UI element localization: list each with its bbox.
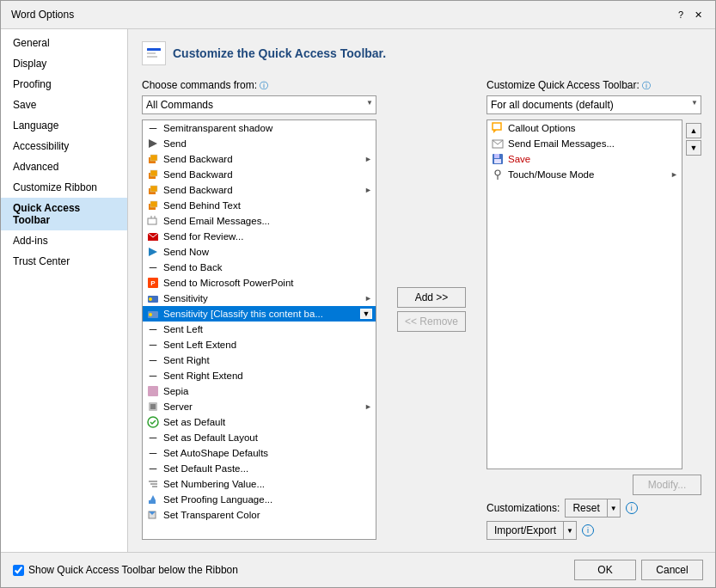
commands-list[interactable]: ─ Semitransparent shadow Send	[142, 119, 376, 540]
list-item[interactable]: ─ Sent Left	[143, 322, 376, 337]
title-bar: Word Options ? ✕	[1, 1, 715, 29]
dialog-body: General Display Proofing Save Language A…	[1, 29, 715, 552]
section-title: Customize the Quick Access Toolbar.	[173, 46, 386, 60]
move-up-button[interactable]: ▲	[686, 123, 701, 138]
svg-point-20	[149, 297, 152, 301]
toolbar-list-item-touch-mode[interactable]: Touch/Mouse Mode ►	[487, 167, 682, 182]
list-item[interactable]: ─ Set as Default Layout	[143, 430, 376, 445]
toolbar-list-item-save[interactable]: Save	[487, 151, 682, 167]
choose-commands-select[interactable]: All Commands Popular Commands Commands N…	[142, 95, 376, 114]
svg-rect-38	[494, 154, 499, 158]
cancel-button[interactable]: Cancel	[641, 560, 703, 580]
svg-rect-9	[150, 186, 157, 192]
list-item[interactable]: Set as Default	[143, 414, 376, 430]
list-item[interactable]: ─ Set AutoShape Defaults	[143, 445, 376, 461]
customizations-label: Customizations:	[487, 502, 560, 514]
list-item[interactable]: Set Numbering Value...	[143, 476, 376, 492]
customizations-row: Customizations: Reset ▼ i	[487, 499, 701, 518]
item-icon	[146, 477, 160, 491]
svg-rect-5	[150, 155, 157, 161]
list-item[interactable]: Send Now	[143, 244, 376, 260]
item-icon	[146, 384, 160, 398]
expand-button[interactable]: ▼	[360, 309, 372, 319]
sidebar-item-save[interactable]: Save	[1, 95, 127, 115]
svg-rect-0	[147, 48, 161, 51]
sidebar-item-add-ins[interactable]: Add-ins	[1, 230, 127, 251]
list-item[interactable]: Send Backward ►	[143, 182, 376, 198]
sidebar-item-quick-access-toolbar[interactable]: Quick Access Toolbar	[1, 198, 127, 230]
email-icon	[491, 137, 505, 150]
dialog-title: Word Options	[11, 9, 74, 21]
item-icon	[146, 291, 160, 305]
title-controls: ? ✕	[674, 8, 705, 21]
section-header: Customize the Quick Access Toolbar.	[142, 41, 701, 65]
toolbar-items-list[interactable]: Callout Options Send Email Messages...	[487, 119, 682, 469]
item-icon	[146, 152, 160, 166]
toolbar-list-item-send-email[interactable]: Send Email Messages...	[487, 136, 682, 151]
reset-info-icon[interactable]: i	[626, 502, 638, 514]
list-item[interactable]: Send Behind Text	[143, 198, 376, 213]
item-icon: ─	[146, 446, 160, 460]
sidebar-item-trust-center[interactable]: Trust Center	[1, 251, 127, 272]
modify-button[interactable]: Modify...	[633, 475, 701, 495]
reset-split-button: Reset ▼	[565, 499, 620, 518]
list-item[interactable]: ─ Set Default Paste...	[143, 461, 376, 476]
list-item[interactable]: ─ Send to Back	[143, 260, 376, 275]
left-panel: Choose commands from: ⓘ All Commands Pop…	[142, 79, 376, 540]
list-item[interactable]: ─ Sent Right	[143, 352, 376, 368]
svg-rect-12	[148, 218, 156, 224]
show-toolbar-checkbox-wrap: Show Quick Access Toolbar below the Ribb…	[13, 564, 238, 576]
remove-button[interactable]: << Remove	[397, 311, 466, 332]
list-item[interactable]: P Send to Microsoft PowerPoint	[143, 275, 376, 291]
reset-main-button[interactable]: Reset	[565, 499, 606, 518]
add-button[interactable]: Add >>	[397, 287, 466, 308]
svg-point-22	[149, 313, 152, 316]
list-item[interactable]: Server ►	[143, 399, 376, 414]
list-item[interactable]: Sepia	[143, 383, 376, 399]
list-item[interactable]: Send for Review...	[143, 229, 376, 244]
list-item[interactable]: Send	[143, 136, 376, 151]
save-icon	[491, 152, 505, 166]
list-item[interactable]: Sensitivity ►	[143, 291, 376, 306]
two-columns-area: Choose commands from: ⓘ All Commands Pop…	[142, 79, 701, 540]
svg-text:P: P	[150, 279, 156, 287]
sidebar-item-accessibility[interactable]: Accessibility	[1, 136, 127, 156]
list-item-sensitivity-classify[interactable]: Sensitivity [Classify this content ba...…	[143, 306, 376, 322]
list-item[interactable]: Set Transparent Color	[143, 507, 376, 523]
toolbar-scope-select[interactable]: For all documents (default) For this doc…	[487, 95, 701, 114]
svg-rect-25	[150, 404, 156, 409]
move-down-button[interactable]: ▼	[686, 140, 701, 156]
toolbar-icon	[142, 41, 166, 65]
sidebar-item-language[interactable]: Language	[1, 115, 127, 136]
import-export-dropdown-button[interactable]: ▼	[563, 521, 577, 540]
ok-button[interactable]: OK	[574, 560, 636, 580]
sidebar-item-advanced[interactable]: Advanced	[1, 156, 127, 177]
list-item[interactable]: ─ Semitransparent shadow	[143, 120, 376, 136]
reset-dropdown-button[interactable]: ▼	[607, 499, 621, 518]
list-item[interactable]: ─ Sent Left Extend	[143, 337, 376, 352]
svg-point-40	[495, 170, 500, 175]
list-item[interactable]: Set Proofing Language...	[143, 492, 376, 507]
list-item[interactable]: ─ Sent Right Extend	[143, 368, 376, 383]
list-item[interactable]: Send Email Messages...	[143, 213, 376, 229]
right-list-area: Callout Options Send Email Messages...	[487, 119, 701, 469]
help-button[interactable]: ?	[674, 8, 688, 21]
list-item[interactable]: Send Backward ►	[143, 151, 376, 167]
sidebar-item-customize-ribbon[interactable]: Customize Ribbon	[1, 177, 127, 198]
svg-rect-34	[493, 123, 501, 130]
item-icon	[146, 168, 160, 181]
callout-icon	[491, 121, 505, 135]
svg-rect-11	[150, 201, 157, 207]
item-icon	[146, 400, 160, 413]
sidebar-item-general[interactable]: General	[1, 33, 127, 53]
import-export-info-icon[interactable]: i	[582, 524, 594, 536]
main-content: Customize the Quick Access Toolbar. Choo…	[128, 29, 715, 552]
show-toolbar-checkbox[interactable]	[13, 565, 24, 576]
dialog-footer: Show Quick Access Toolbar below the Ribb…	[1, 552, 715, 587]
list-item[interactable]: Send Backward	[143, 167, 376, 182]
close-button[interactable]: ✕	[691, 8, 705, 21]
sidebar-item-proofing[interactable]: Proofing	[1, 74, 127, 95]
import-export-main-button[interactable]: Import/Export	[487, 521, 563, 540]
sidebar-item-display[interactable]: Display	[1, 53, 127, 74]
toolbar-list-item-callout[interactable]: Callout Options	[487, 120, 682, 136]
